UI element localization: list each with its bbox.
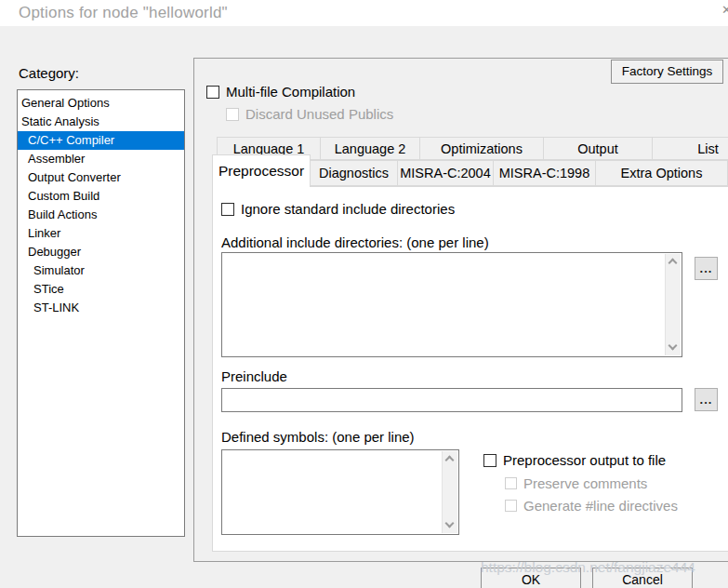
checkbox-label: Preprocessor output to file	[503, 452, 666, 468]
browse-include-directories-button[interactable]: ...	[695, 257, 718, 280]
category-item-linker[interactable]: Linker	[18, 224, 184, 243]
checkbox-box	[221, 203, 234, 216]
options-dialog: Options for node "helloworld" ✕ Category…	[0, 0, 728, 588]
ignore-standard-include-checkbox[interactable]: Ignore standard include directories	[221, 201, 455, 217]
category-item-stice[interactable]: STice	[18, 280, 184, 299]
checkbox-box	[505, 500, 517, 512]
tab-language-2[interactable]: Language 2	[321, 137, 420, 160]
scroll-down-icon[interactable]	[666, 340, 681, 355]
category-label: Category:	[19, 65, 79, 81]
cancel-button[interactable]: Cancel	[592, 568, 693, 588]
additional-include-directories-label: Additional include directories: (one per…	[221, 234, 489, 250]
discard-unused-publics-checkbox: Discard Unused Publics	[226, 106, 393, 122]
scroll-up-icon[interactable]	[443, 451, 457, 467]
tab-diagnostics[interactable]: Diagnostics	[311, 160, 398, 186]
category-item-cpp-compiler[interactable]: C/C++ Compiler	[18, 131, 184, 150]
tab-output[interactable]: Output	[544, 137, 653, 160]
category-item-custom-build[interactable]: Custom Build	[18, 187, 184, 206]
dialog-title: Options for node "helloworld"	[19, 4, 228, 22]
checkbox-label: Multi-file Compilation	[226, 84, 355, 100]
tab-row-2: Preprocessor Diagnostics MISRA-C:2004 MI…	[212, 160, 728, 186]
defined-symbols-label: Defined symbols: (one per line)	[221, 429, 415, 445]
category-item-st-link[interactable]: ST-LINK	[18, 299, 184, 317]
title-bar: Options for node "helloworld" ✕	[0, 0, 728, 26]
checkbox-label: Generate #line directives	[523, 498, 678, 514]
category-item-build-actions[interactable]: Build Actions	[18, 206, 184, 224]
close-icon[interactable]: ✕	[721, 3, 728, 17]
preprocessor-output-to-file-checkbox[interactable]: Preprocessor output to file	[483, 452, 666, 468]
tab-optimizations[interactable]: Optimizations	[420, 137, 544, 160]
browse-preinclude-button[interactable]: ...	[695, 388, 718, 411]
tab-misra-c-2004[interactable]: MISRA-C:2004	[398, 160, 494, 186]
scroll-up-icon[interactable]	[666, 254, 681, 270]
tab-misra-c-1998[interactable]: MISRA-C:1998	[494, 160, 596, 186]
checkbox-box	[206, 86, 219, 99]
vertical-scrollbar[interactable]	[665, 254, 681, 355]
category-item-debugger[interactable]: Debugger	[18, 243, 184, 261]
scroll-down-icon[interactable]	[443, 517, 457, 533]
multi-file-compilation-checkbox[interactable]: Multi-file Compilation	[206, 84, 355, 100]
checkbox-label: Ignore standard include directories	[241, 201, 455, 217]
checkbox-box	[226, 108, 239, 121]
checkbox-box	[505, 477, 517, 489]
category-listbox: General Options Static Analysis C/C++ Co…	[17, 89, 185, 537]
checkbox-box	[483, 454, 496, 467]
category-item-output-converter[interactable]: Output Converter	[18, 168, 184, 187]
checkbox-label: Preserve comments	[523, 475, 647, 491]
factory-settings-button[interactable]: Factory Settings	[611, 60, 723, 84]
ok-button[interactable]: OK	[481, 568, 581, 588]
category-item-general-options[interactable]: General Options	[18, 94, 184, 113]
tab-preprocessor[interactable]: Preprocessor	[212, 154, 311, 187]
category-item-assembler[interactable]: Assembler	[18, 150, 184, 168]
generate-line-directives-checkbox: Generate #line directives	[505, 498, 678, 514]
tab-list[interactable]: List	[653, 137, 728, 160]
preserve-comments-checkbox: Preserve comments	[505, 475, 647, 491]
additional-include-directories-input[interactable]	[221, 252, 682, 357]
category-item-simulator[interactable]: Simulator	[18, 261, 184, 280]
defined-symbols-input[interactable]	[221, 449, 459, 535]
preinclude-input[interactable]	[221, 388, 682, 412]
preinclude-label: Preinclude	[221, 368, 287, 384]
tab-extra-options[interactable]: Extra Options	[596, 160, 728, 186]
vertical-scrollbar[interactable]	[442, 451, 457, 533]
checkbox-label: Discard Unused Publics	[245, 106, 393, 122]
category-item-static-analysis[interactable]: Static Analysis	[18, 113, 184, 131]
